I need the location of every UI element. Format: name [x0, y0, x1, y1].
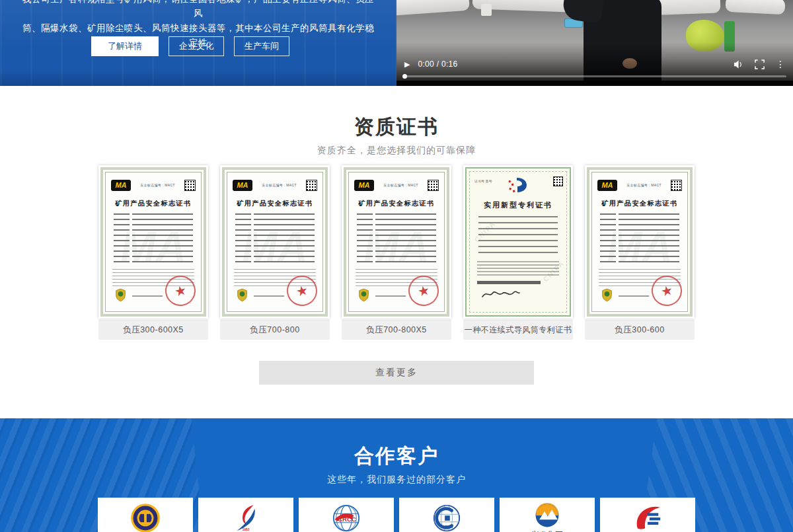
client-card: CRCC [299, 498, 394, 532]
qr-code-icon [184, 180, 196, 191]
company-culture-button[interactable]: 企业文化 [169, 36, 224, 56]
signature-line [375, 295, 406, 297]
certificate-field-rows [357, 213, 436, 262]
cnipa-logo [506, 176, 530, 195]
patent-field-rows [478, 216, 558, 257]
certificate-header: MA 安全标志编号：MACT [111, 179, 196, 191]
seal-star: ★ [416, 283, 431, 298]
certificate-number: 安全标志编号：MACT [252, 183, 306, 187]
shield-badge-icon [601, 288, 613, 302]
patent-number: 证书号 第号 [474, 179, 492, 183]
certificate-card: MA MA 安全标志编号：MACT 矿用产品安全标志证书 ★ [220, 165, 330, 340]
hero-section: 我公司生产各种规格型号矿用风筒，销往全国各地煤矿，产品主要有正压导风筒、负压风 … [0, 0, 793, 86]
certificate-number: 安全标志编号：MACT [617, 183, 671, 187]
shield-badge-icon [115, 288, 126, 302]
signature-line [254, 295, 284, 297]
seal-star: ★ [173, 283, 188, 298]
production-workshop-button[interactable]: 生产车间 [234, 36, 289, 56]
certificate-caption: 一种不连续式导风筒专利证书 [463, 320, 573, 340]
hero-buttons: 了解详情 企业文化 生产车间 [91, 36, 289, 56]
client-card [600, 498, 695, 532]
clients-title: 合作客户 [0, 418, 793, 467]
certificate-field-rows [114, 213, 193, 262]
seal-star: ★ [295, 283, 309, 298]
ma-safety-mark-logo: MA [233, 180, 252, 191]
clients-subtitle: 这些年，我们服务过的部分客户 [0, 474, 793, 485]
certificate-field-rows [235, 213, 315, 262]
patent-highlight-bar [477, 281, 541, 284]
certificate-title-text: 矿用产品安全标志证书 [103, 199, 204, 208]
intro-line-1: 我公司生产各种规格型号矿用风筒，销往全国各地煤矿，产品主要有正压导风筒、负压风 [19, 0, 378, 21]
clients-section: 合作客户 这些年，我们服务过的部分客户 1982 [0, 418, 793, 532]
certificate-frame: MA MA 安全标志编号：MACT 矿用产品安全标志证书 ★ [100, 167, 206, 317]
crec-globe-icon: CREC [432, 503, 462, 532]
certificate-caption: 负压700-800 [220, 320, 330, 340]
certificates-section: 资质证书 资质齐全，是您选择我们的可靠保障 MA MA 安全标志编号：MACT … [0, 86, 793, 418]
certificate-title-text: 矿用产品安全标志证书 [589, 199, 690, 208]
signature-scribble [481, 287, 521, 301]
qr-code-icon [306, 180, 317, 191]
certificate-image[interactable]: MA MA 安全标志编号：MACT 矿用产品安全标志证书 ★ [585, 165, 695, 319]
certificate-card: CNIPA CNIPA 证书号 第号 实用新型专利证书 [463, 165, 573, 340]
video-player[interactable]: ▶ 0:00 / 0:16 ⋮ [397, 0, 793, 86]
xc-swoosh-icon: 1982 [231, 503, 261, 532]
video-more-options-icon[interactable]: ⋮ [776, 59, 785, 69]
certificate-title-text: 矿用产品安全标志证书 [346, 199, 447, 208]
crec-logo-text: CREC [442, 525, 453, 529]
certificate-frame: MA MA 安全标志编号：MACT 矿用产品安全标志证书 ★ [587, 167, 693, 317]
certificate-card: MA MA 安全标志编号：MACT 矿用产品安全标志证书 ★ [585, 165, 695, 340]
patent-paragraph [477, 261, 559, 276]
certificate-number: 安全标志编号：MACT [131, 183, 184, 187]
certificate-caption: 负压300-600 [585, 320, 695, 340]
fullscreen-icon[interactable] [755, 59, 765, 69]
play-icon[interactable]: ▶ [404, 61, 410, 68]
shield-badge-icon [237, 288, 248, 302]
certificate-caption: 负压700-800X5 [342, 320, 451, 340]
certificate-frame: MA MA 安全标志编号：MACT 矿用产品安全标志证书 ★ [344, 167, 449, 317]
ma-safety-mark-logo: MA [354, 180, 374, 191]
certificate-card: MA MA 安全标志编号：MACT 矿用产品安全标志证书 ★ [342, 165, 451, 340]
sun-sail-circle-icon [535, 503, 560, 528]
seal-star: ★ [660, 283, 674, 298]
signature-line [619, 295, 649, 297]
video-progress-knob[interactable] [402, 74, 407, 79]
client-card: 兴发集团 [500, 498, 595, 532]
video-time-display: 0:00 / 0:16 [418, 59, 457, 69]
certificate-list: MA MA 安全标志编号：MACT 矿用产品安全标志证书 ★ [98, 165, 695, 340]
volume-icon[interactable] [734, 59, 743, 69]
view-more-button[interactable]: 查看更多 [259, 361, 534, 385]
crcc-logo-text: CRCC [338, 515, 356, 523]
hero-intro-panel: 我公司生产各种规格型号矿用风筒，销往全国各地煤矿，产品主要有正压导风筒、负压风 … [0, 0, 397, 86]
ma-safety-mark-logo: MA [597, 180, 617, 191]
client-card: 1982 [198, 498, 293, 532]
qr-code-icon [428, 180, 439, 191]
certificate-image[interactable]: MA MA 安全标志编号：MACT 矿用产品安全标志证书 ★ [342, 165, 451, 319]
china-railway-emblem-icon [130, 503, 161, 532]
certificate-image[interactable]: MA MA 安全标志编号：MACT 矿用产品安全标志证书 ★ [220, 165, 330, 319]
video-right-controls: ⋮ [734, 59, 785, 69]
video-progress-bar[interactable] [403, 75, 786, 77]
certificates-subtitle: 资质齐全，是您选择我们的可靠保障 [0, 145, 793, 156]
certificate-image[interactable]: MA MA 安全标志编号：MACT 矿用产品安全标志证书 ★ [98, 165, 208, 319]
certificate-title-text: 矿用产品安全标志证书 [225, 199, 325, 208]
learn-more-button[interactable]: 了解详情 [91, 36, 159, 56]
video-letterbox-bar [397, 81, 793, 86]
client-name-text: 兴发集团 [531, 529, 563, 532]
signature-line [132, 295, 163, 297]
patent-title-text: 实用新型专利证书 [467, 200, 570, 210]
certificate-field-rows [600, 213, 679, 262]
certificates-title: 资质证书 [0, 116, 793, 138]
client-card: CREC [399, 498, 494, 532]
ma-safety-mark-logo: MA [111, 180, 131, 191]
video-bucket [481, 4, 492, 16]
xc-logo-year: 1982 [243, 528, 250, 531]
patent-certificate-frame: CNIPA CNIPA 证书号 第号 实用新型专利证书 [465, 167, 571, 317]
certificate-card: MA MA 安全标志编号：MACT 矿用产品安全标志证书 ★ [98, 165, 208, 340]
shield-badge-icon [358, 288, 369, 302]
qr-code-icon [553, 176, 563, 186]
certificate-frame: MA MA 安全标志编号：MACT 矿用产品安全标志证书 ★ [222, 167, 328, 317]
certificate-header: MA 安全标志编号：MACT [354, 179, 439, 191]
qr-code-icon [671, 180, 682, 191]
certificate-header: MA 安全标志编号：MACT [233, 179, 317, 191]
certificate-image[interactable]: CNIPA CNIPA 证书号 第号 实用新型专利证书 [463, 165, 573, 319]
